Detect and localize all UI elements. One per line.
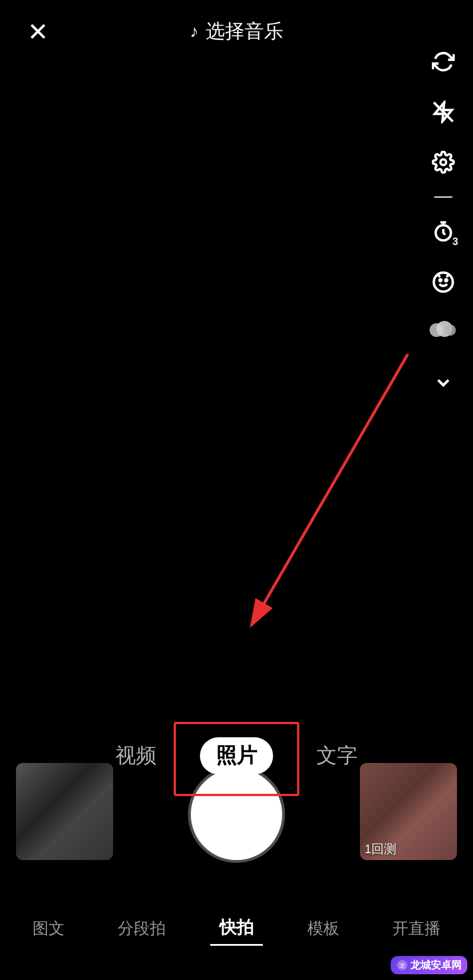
nav-fenduan[interactable]: 分段拍 [109,913,175,944]
watermark: 龙 龙城安卓网 [391,956,467,974]
flash-off-icon[interactable] [427,96,459,128]
music-icon: ♪ [190,22,199,41]
chevron-down-icon[interactable] [427,367,459,399]
watermark-text: 龙城安卓网 [410,958,462,972]
nav-kuaipai[interactable]: 快拍 [210,911,263,946]
bottom-nav: 图文 分段拍 快拍 模板 开直播 [0,894,473,963]
divider [434,196,452,198]
thumbnail-right[interactable]: 1回测 [360,763,457,860]
thumbnail-left[interactable] [16,763,113,860]
nav-tuwenbtn[interactable]: 图文 [23,913,74,944]
thumbnail-left-image [16,763,113,860]
shutter-button[interactable] [191,769,282,860]
nav-zhibo[interactable]: 开直播 [383,913,450,944]
svg-point-4 [445,279,447,281]
nav-moban[interactable]: 模板 [298,913,348,944]
svg-point-1 [440,159,446,165]
tab-video[interactable]: 视频 [106,737,166,774]
refresh-icon[interactable] [427,46,459,78]
close-button[interactable]: ✕ [21,14,55,49]
tab-text[interactable]: 文字 [307,737,367,774]
shutter-circle[interactable] [191,769,282,860]
svg-text:龙: 龙 [399,962,405,969]
settings-icon[interactable] [427,146,459,178]
thumbnail-right-label: 1回测 [364,841,396,858]
top-bar: ✕ ♪ 选择音乐 [0,0,473,63]
watermark-icon: 龙 [396,959,408,971]
timer-icon[interactable]: 3 [427,216,459,248]
svg-point-3 [439,279,441,281]
ai-face-icon[interactable] [427,266,459,298]
watermark-badge: 龙 龙城安卓网 [391,956,467,974]
people-icon[interactable] [427,316,459,348]
right-icons-panel: 3 [427,46,459,399]
page-title: ♪ 选择音乐 [190,18,283,45]
